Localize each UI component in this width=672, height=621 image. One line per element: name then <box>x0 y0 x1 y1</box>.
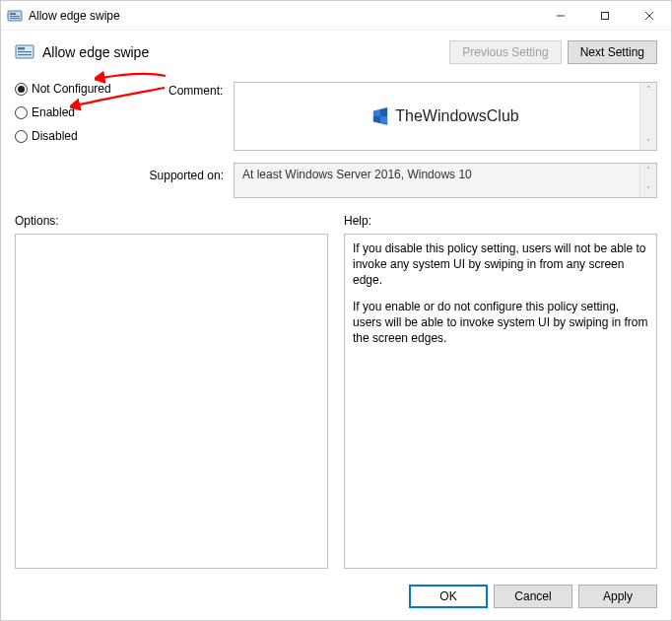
config-area: Not Configured Enabled Disabled Comment: <box>1 74 671 204</box>
scroll-up-icon: ˄ <box>646 85 651 95</box>
window-title: Allow edge swipe <box>29 9 538 23</box>
thewindowsclub-logo-icon <box>371 107 389 125</box>
supported-on-label: Supported on: <box>15 163 228 182</box>
radio-icon <box>15 83 28 96</box>
svg-rect-10 <box>18 51 32 52</box>
svg-marker-13 <box>380 107 387 116</box>
scroll-down-icon: ˅ <box>646 185 651 195</box>
options-panel <box>15 234 328 569</box>
radio-icon <box>15 130 28 143</box>
close-button[interactable] <box>627 1 671 30</box>
radio-label: Enabled <box>32 105 75 119</box>
next-setting-button[interactable]: Next Setting <box>568 40 657 64</box>
ok-button[interactable]: OK <box>409 585 488 608</box>
comment-input[interactable]: TheWindowsClub ˄ ˅ <box>234 82 657 151</box>
options-label: Options: <box>15 214 328 228</box>
cancel-button[interactable]: Cancel <box>494 585 572 608</box>
state-radio-group: Not Configured Enabled Disabled <box>15 82 163 143</box>
radio-disabled[interactable]: Disabled <box>15 129 163 143</box>
dialog-footer: OK Cancel Apply <box>1 575 671 620</box>
help-panel: If you disable this policy setting, user… <box>344 234 657 569</box>
help-paragraph: If you disable this policy setting, user… <box>353 241 648 289</box>
maximize-button[interactable] <box>582 1 627 30</box>
title-bar: Allow edge swipe <box>1 1 671 31</box>
svg-rect-11 <box>18 54 32 55</box>
svg-rect-9 <box>18 47 25 50</box>
supported-on-value: At least Windows Server 2016, Windows 10… <box>234 163 657 198</box>
radio-not-configured[interactable]: Not Configured <box>15 82 163 96</box>
svg-rect-1 <box>10 13 16 15</box>
scroll-down-icon: ˅ <box>646 138 651 148</box>
help-paragraph: If you enable or do not configure this p… <box>353 299 648 347</box>
comment-scrollbar[interactable]: ˄ ˅ <box>639 83 656 150</box>
supported-scrollbar[interactable]: ˄ ˅ <box>639 164 656 197</box>
radio-icon <box>15 106 28 119</box>
thewindowsclub-watermark: TheWindowsClub <box>371 107 518 125</box>
svg-rect-5 <box>601 12 608 19</box>
nav-buttons: Previous Setting Next Setting <box>449 40 657 64</box>
radio-enabled[interactable]: Enabled <box>15 105 163 119</box>
minimize-button[interactable] <box>538 1 582 30</box>
svg-marker-12 <box>373 109 380 116</box>
svg-line-6 <box>645 12 653 20</box>
policy-icon <box>15 42 34 62</box>
svg-marker-14 <box>373 116 380 123</box>
window-controls <box>538 1 671 30</box>
previous-setting-button: Previous Setting <box>449 40 561 64</box>
policy-window: Allow edge swipe Allow edge swipe Previo… <box>0 0 672 621</box>
scroll-up-icon: ˄ <box>646 166 651 175</box>
radio-label: Not Configured <box>32 82 111 96</box>
supported-on-text: At least Windows Server 2016, Windows 10 <box>242 168 472 181</box>
page-title: Allow edge swipe <box>42 44 441 60</box>
svg-rect-3 <box>10 18 20 19</box>
comment-label: Comment: <box>168 82 228 98</box>
thewindowsclub-text: TheWindowsClub <box>395 107 518 125</box>
svg-rect-2 <box>10 16 20 17</box>
header: Allow edge swipe Previous Setting Next S… <box>1 31 671 74</box>
help-label: Help: <box>344 214 657 228</box>
radio-label: Disabled <box>32 129 78 143</box>
policy-icon <box>7 8 23 24</box>
split-area: Options: Help: If you disable this polic… <box>1 204 671 575</box>
svg-marker-15 <box>380 116 387 125</box>
apply-button[interactable]: Apply <box>578 585 657 608</box>
svg-line-7 <box>645 12 653 20</box>
